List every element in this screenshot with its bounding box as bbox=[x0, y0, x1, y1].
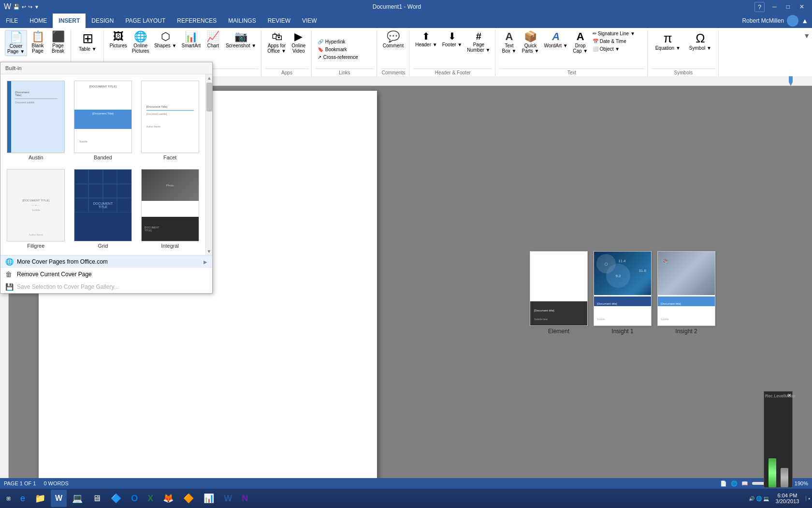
object-button[interactable]: ⬜ Object ▼ bbox=[591, 45, 644, 53]
minimize-button[interactable]: ─ bbox=[768, 2, 781, 11]
ruler-marker[interactable] bbox=[789, 76, 793, 86]
cover-page-dropdown: Built-in [DocumentTitle] Document subtit… bbox=[0, 62, 213, 294]
app10-button[interactable]: 🔶 bbox=[179, 490, 198, 507]
page-break-button[interactable]: ⬛ PageBreak bbox=[48, 30, 68, 55]
hyperlink-button[interactable]: 🔗 Hyperlink bbox=[316, 38, 374, 45]
tab-review[interactable]: REVIEW bbox=[262, 14, 296, 28]
status-bar: PAGE 1 OF 1 0 WORDS 📄 🌐 📖 190% bbox=[0, 478, 812, 489]
shapes-button[interactable]: ⬡ Shapes ▼ bbox=[152, 30, 179, 50]
app6-icon: 🔷 bbox=[111, 493, 121, 504]
scrollbar-thumb[interactable] bbox=[206, 83, 212, 112]
apps-group-label: Apps bbox=[265, 69, 308, 76]
close-button[interactable]: ✕ bbox=[796, 2, 808, 11]
cross-reference-button[interactable]: ↗ Cross-reference bbox=[316, 54, 374, 61]
quick-access-toolbar[interactable]: W 💾 ↩ ↪ ▼ bbox=[4, 2, 39, 11]
taskbar-time: 6:04 PM 3/20/2013 bbox=[772, 493, 803, 504]
word2-button[interactable]: W bbox=[219, 490, 236, 507]
ribbon-expand-icon[interactable]: ▼ bbox=[803, 32, 810, 40]
header-button[interactable]: ⬆ Header ▼ bbox=[413, 30, 439, 49]
pictures-button[interactable]: 🖼 Pictures bbox=[108, 30, 129, 50]
online-pictures-button[interactable]: 🌐 OnlinePictures bbox=[130, 30, 151, 55]
drop-cap-button[interactable]: A DropCap ▼ bbox=[571, 30, 590, 55]
firefox-button[interactable]: 🦊 bbox=[159, 490, 178, 507]
floating-templates: [Document title] Subtitle here Element ○… bbox=[530, 251, 715, 335]
cover-page-button[interactable]: 📄 CoverPage ▼ bbox=[5, 30, 27, 56]
chart-button[interactable]: 📈 Chart bbox=[203, 30, 223, 50]
cover-template-facet[interactable]: [Document Title] [Document subtitle] Aut… bbox=[138, 78, 202, 163]
shapes-icon: ⬡ bbox=[161, 31, 170, 42]
blank-page-button[interactable]: 📋 BlankPage bbox=[28, 30, 47, 55]
equation-button[interactable]: π Equation ▼ bbox=[652, 30, 684, 53]
comment-icon: 💬 bbox=[387, 31, 400, 42]
view-web-icon[interactable]: 🌐 bbox=[731, 480, 738, 487]
tab-file[interactable]: FILE bbox=[0, 14, 24, 28]
tab-design[interactable]: DESIGN bbox=[86, 14, 119, 28]
tab-references[interactable]: REFERENCES bbox=[171, 14, 222, 28]
word-taskbar-button[interactable]: W bbox=[51, 490, 67, 507]
cover-template-banded[interactable]: [DOCUMENT TITLE] [Document Title] Subtit… bbox=[72, 78, 135, 163]
object-icon: ⬜ bbox=[593, 46, 598, 52]
text-box-button[interactable]: A TextBox ▼ bbox=[499, 30, 519, 55]
ribbon-tab-bar: FILE HOME INSERT DESIGN PAGE LAYOUT REFE… bbox=[0, 14, 812, 28]
office-button2[interactable]: 💻 bbox=[68, 490, 87, 507]
speaker-close-button[interactable]: ✕ bbox=[787, 393, 791, 398]
tab-home[interactable]: HOME bbox=[24, 14, 53, 28]
quick-parts-button[interactable]: 📦 QuickParts ▼ bbox=[520, 30, 541, 55]
tab-view[interactable]: VIEW bbox=[296, 14, 323, 28]
page-break-icon: ⬛ bbox=[52, 31, 65, 42]
window-controls[interactable]: ─ □ ✕ bbox=[768, 2, 808, 11]
apps-for-office-button[interactable]: 🛍 Apps forOffice ▼ bbox=[265, 30, 288, 55]
tab-mailings[interactable]: MAILINGS bbox=[222, 14, 261, 28]
start-button[interactable]: ⊞ bbox=[2, 490, 15, 507]
remove-cover-page-item[interactable]: 🗑 Remove Current Cover Page bbox=[0, 268, 212, 281]
footer-button[interactable]: ⬇ Footer ▼ bbox=[440, 30, 464, 49]
cover-template-insight1[interactable]: ○ 9.2 11.4 31.8 [Document title] Subtitl… bbox=[594, 251, 652, 335]
apps-office-icon: 🛍 bbox=[272, 31, 282, 42]
app11-button[interactable]: 📊 bbox=[199, 490, 218, 507]
windows-explorer-button[interactable]: 🖥 bbox=[88, 490, 105, 507]
signature-line-button[interactable]: ✏ Signature Line ▼ bbox=[591, 30, 644, 37]
cover-template-integral[interactable]: Photo [DOCUMENT TITLE] Integral bbox=[138, 167, 202, 251]
tab-insert[interactable]: INSERT bbox=[53, 14, 86, 28]
restore-button[interactable]: □ bbox=[783, 2, 794, 11]
tab-page-layout[interactable]: PAGE LAYOUT bbox=[119, 14, 171, 28]
level-label: Level bbox=[774, 394, 785, 398]
show-desktop-icon[interactable]: ▪ bbox=[806, 496, 810, 501]
cover-template-insight2[interactable]: 📚 [Document title] Subtitle Insight 2 bbox=[657, 251, 715, 335]
bookmark-button[interactable]: 🔖 Bookmark bbox=[316, 46, 374, 53]
symbol-button[interactable]: Ω Symbol ▼ bbox=[685, 30, 715, 53]
customize-icon[interactable]: ▼ bbox=[34, 4, 39, 10]
undo-icon[interactable]: ↩ bbox=[22, 4, 26, 10]
comments-group-label: Comments bbox=[381, 69, 406, 76]
view-read-icon[interactable]: 📖 bbox=[741, 480, 748, 487]
wordart-button[interactable]: A WordArt ▼ bbox=[542, 30, 570, 50]
submenu-arrow-icon: ▶ bbox=[203, 259, 207, 265]
comment-button[interactable]: 💬 Comment bbox=[381, 30, 406, 50]
view-print-icon[interactable]: 📄 bbox=[720, 480, 727, 487]
page-number-button[interactable]: # PageNumber ▼ bbox=[465, 30, 492, 54]
more-cover-icon: 🌐 bbox=[5, 258, 13, 266]
dropdown-scrollbar[interactable]: ▲ ▼ bbox=[205, 74, 212, 255]
app6-button[interactable]: 🔷 bbox=[106, 490, 126, 507]
smartart-button[interactable]: 📊 SmartArt bbox=[179, 30, 202, 50]
cover-template-element[interactable]: [Document title] Subtitle here Element bbox=[530, 251, 588, 335]
explorer-button[interactable]: 📁 bbox=[30, 490, 50, 507]
online-video-button[interactable]: ▶ OnlineVideo bbox=[289, 30, 308, 55]
outlook-button[interactable]: O bbox=[127, 490, 142, 507]
save-selection-item: 💾 Save Selection to Cover Page Gallery..… bbox=[0, 281, 212, 293]
ribbon-collapse-icon[interactable]: ▲ bbox=[801, 17, 808, 25]
more-cover-pages-item[interactable]: 🌐 More Cover Pages from Office.com ▶ bbox=[0, 255, 212, 268]
ribbon-group-apps: 🛍 Apps forOffice ▼ ▶ OnlineVideo Apps bbox=[262, 30, 312, 76]
redo-icon[interactable]: ↪ bbox=[28, 4, 32, 10]
screenshot-button[interactable]: 📷 Screenshot ▼ bbox=[224, 30, 258, 50]
table-button[interactable]: ⊞ Table ▼ bbox=[75, 30, 101, 54]
cover-template-austin[interactable]: [DocumentTitle] Document subtitle Austin bbox=[4, 78, 68, 163]
onenote-button[interactable]: N bbox=[237, 490, 252, 507]
ie-button[interactable]: e bbox=[16, 490, 29, 507]
excel-button[interactable]: X bbox=[143, 490, 158, 507]
save-icon[interactable]: 💾 bbox=[13, 4, 20, 10]
cover-template-filigree[interactable]: [DOCUMENT TITLE] — ❧ — Subtitle Author N… bbox=[4, 167, 68, 251]
date-time-button[interactable]: 📅 Date & Time bbox=[591, 38, 644, 45]
help-button[interactable]: ? bbox=[754, 2, 765, 12]
cover-template-grid[interactable]: DOCUMENT TITLE Grid bbox=[72, 167, 135, 251]
